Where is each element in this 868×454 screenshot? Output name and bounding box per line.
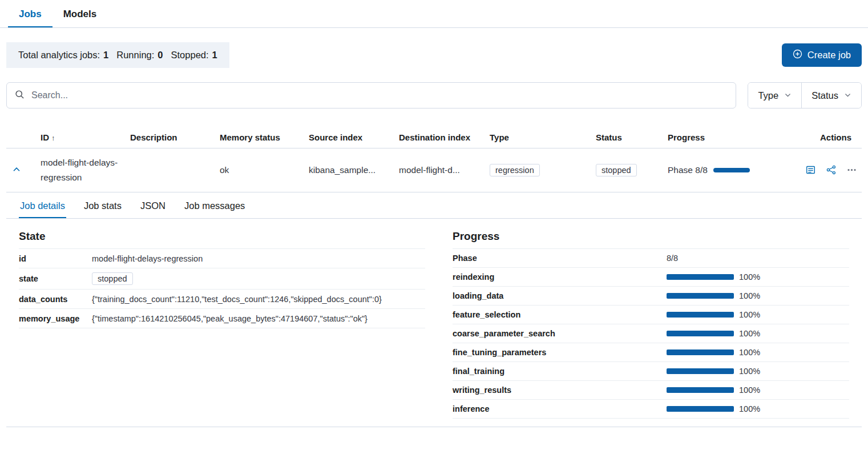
create-job-label: Create job <box>808 50 851 61</box>
collapse-row-button[interactable] <box>11 164 22 175</box>
state-section: State id model-flight-delays-regression … <box>19 230 425 419</box>
running-jobs-label: Running: <box>116 50 154 61</box>
table-list-icon <box>806 168 815 176</box>
progress-item-value: 100% <box>739 272 760 282</box>
col-source-index[interactable]: Source index <box>304 127 394 148</box>
progress-phase-bar-row: feature_selection 100% <box>453 306 849 324</box>
progress-item-value: 100% <box>739 367 760 376</box>
status-filter-button[interactable]: Status <box>801 83 861 108</box>
progress-item-label: reindexing <box>453 272 667 282</box>
progress-item-bar-fill <box>667 387 734 393</box>
progress-item-label: feature_selection <box>453 310 667 319</box>
job-memory-status-cell: ok <box>215 148 304 192</box>
sort-ascending-icon: ↑ <box>51 134 55 142</box>
job-actions-cell <box>800 148 862 192</box>
chevron-up-icon <box>12 167 21 176</box>
state-row-label: data_counts <box>19 295 92 304</box>
search-input[interactable] <box>31 90 728 101</box>
progress-phase-bar-row: writing_results 100% <box>453 381 849 400</box>
col-type[interactable]: Type <box>485 127 591 148</box>
progress-item-label: coarse_parameter_search <box>453 329 667 338</box>
type-badge: regression <box>490 164 540 176</box>
progress-phase-bar-row: coarse_parameter_search 100% <box>453 324 849 343</box>
row-actions-button[interactable] <box>846 164 858 176</box>
progress-item-bar-fill <box>667 406 734 412</box>
view-analytics-map-button[interactable] <box>825 164 837 176</box>
progress-item-value: 100% <box>739 385 760 395</box>
col-destination-index[interactable]: Destination index <box>394 127 485 148</box>
progress-item-label: final_training <box>453 367 667 376</box>
progress-phase-bar-row: final_training 100% <box>453 362 849 381</box>
progress-section: Progress Phase 8/8 reindexing 100% loadi… <box>453 230 849 419</box>
col-memory-status[interactable]: Memory status <box>215 127 304 148</box>
state-row-value: model-flight-delays-regression <box>92 254 203 263</box>
tab-job-messages[interactable]: Job messages <box>183 192 246 218</box>
job-destination-index-cell: model-flight-d... <box>394 148 485 192</box>
progress-item-bar <box>667 406 734 412</box>
job-source-index-cell: kibana_sample... <box>304 148 394 192</box>
type-filter-label: Type <box>758 90 778 101</box>
progress-item-value: 100% <box>739 404 760 413</box>
progress-item-label: loading_data <box>453 291 667 300</box>
progress-item-bar <box>667 349 734 355</box>
progress-item-bar-fill <box>667 293 734 299</box>
ellipsis-icon <box>847 168 857 176</box>
search-row: Type Status <box>6 82 862 109</box>
jobs-summary: Total analytics jobs: 1 Running: 0 Stopp… <box>6 42 229 68</box>
state-row-label: state <box>19 274 92 283</box>
status-filter-label: Status <box>812 90 838 101</box>
stopped-jobs-label: Stopped: <box>171 50 209 61</box>
progress-item-bar-fill <box>667 274 734 280</box>
total-jobs-label: Total analytics jobs: <box>18 50 100 61</box>
state-rows: id model-flight-delays-regression state … <box>19 248 425 328</box>
state-row-label: memory_usage <box>19 314 92 323</box>
job-id-cell: model-flight-delays-regression <box>36 148 126 192</box>
progress-rows: Phase 8/8 reindexing 100% loading_data 1… <box>453 248 849 419</box>
status-badge: stopped <box>596 164 637 176</box>
search-icon <box>15 90 25 101</box>
progress-phase-bar-row: fine_tuning_parameters 100% <box>453 343 849 362</box>
create-job-button[interactable]: Create job <box>782 43 862 67</box>
table-header-row: ID↑ Description Memory status Source ind… <box>6 127 862 148</box>
progress-item-bar-fill <box>667 368 734 374</box>
progress-item-label: fine_tuning_parameters <box>453 348 667 357</box>
tab-job-details[interactable]: Job details <box>19 192 66 218</box>
tab-json[interactable]: JSON <box>139 192 167 218</box>
progress-item-bar <box>667 387 734 393</box>
state-row-value: {"training_docs_count":11210,"test_docs_… <box>92 295 382 304</box>
job-type-cell: regression <box>485 148 591 192</box>
type-filter-button[interactable]: Type <box>748 83 801 108</box>
state-row-state: state stopped <box>19 268 425 290</box>
progress-item-bar <box>667 331 734 336</box>
tab-job-stats[interactable]: Job stats <box>83 192 123 218</box>
progress-item-bar <box>667 274 734 280</box>
col-description[interactable]: Description <box>126 127 215 148</box>
tab-jobs[interactable]: Jobs <box>8 0 53 27</box>
progress-item-value: 100% <box>739 291 760 300</box>
progress-item-value: 100% <box>739 348 760 357</box>
plus-in-circle-icon <box>793 49 802 61</box>
summary-row: Total analytics jobs: 1 Running: 0 Stopp… <box>6 42 862 68</box>
col-status[interactable]: Status <box>591 127 663 148</box>
detail-tabs: Job details Job stats JSON Job messages <box>6 192 862 219</box>
running-jobs-value: 0 <box>158 50 163 61</box>
progress-item-bar-fill <box>667 312 734 318</box>
col-id[interactable]: ID↑ <box>36 127 126 148</box>
col-progress[interactable]: Progress <box>663 127 800 148</box>
filter-group: Type Status <box>748 82 862 109</box>
progress-item-bar-fill <box>667 349 734 355</box>
analytics-map-icon <box>826 168 836 176</box>
expand-column-header <box>6 127 36 148</box>
progress-phase-row: Phase 8/8 <box>453 249 849 268</box>
main-tabbar: Jobs Models <box>0 0 868 28</box>
job-detail-panel: Job details Job stats JSON Job messages … <box>6 192 862 427</box>
tab-models[interactable]: Models <box>53 0 108 27</box>
state-row-data-counts: data_counts {"training_docs_count":11210… <box>19 290 425 309</box>
row-progress-bar <box>713 168 750 172</box>
jobs-table: ID↑ Description Memory status Source ind… <box>6 127 862 192</box>
progress-item-label: writing_results <box>453 385 667 395</box>
view-job-results-button[interactable] <box>805 164 817 176</box>
chevron-down-icon <box>784 90 792 101</box>
progress-phase-label: Phase 8/8 <box>668 165 708 175</box>
progress-item-bar-fill <box>667 331 734 336</box>
